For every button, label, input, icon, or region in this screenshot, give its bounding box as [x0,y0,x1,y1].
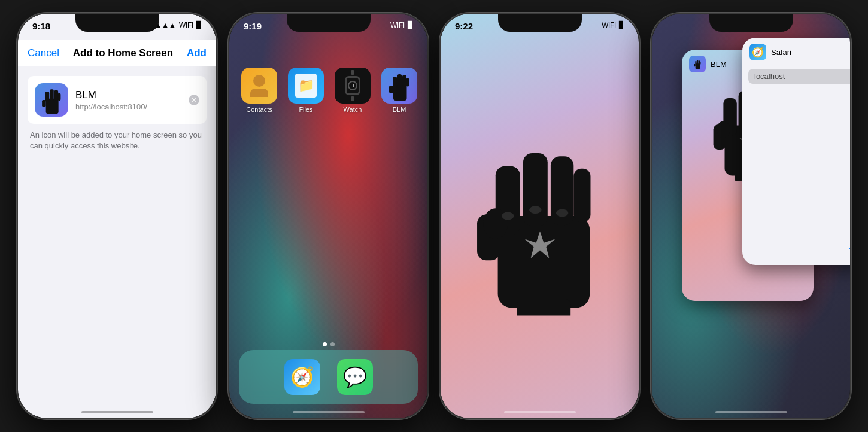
phone-1: 9:18 ▲▲▲ WiFi ▊ Cancel Add to Home Scree… [17,13,217,419]
safari-card-content: localhost [742,66,850,86]
svg-point-21 [556,209,567,217]
safari-dock-icon: 🧭 [284,359,320,395]
cancel-button[interactable]: Cancel [28,47,59,59]
safari-icon-glyph: 🧭 [752,47,764,58]
svg-rect-9 [402,75,406,87]
watch-crown-bottom [351,96,354,101]
safari-card-icon: 🧭 [749,44,766,60]
home-screen-icons-row: Contacts 📁 Files [241,68,415,113]
dot-2 [330,342,335,346]
watch-icon-inner [345,70,360,101]
dock-messages[interactable]: 💬 [337,359,373,395]
phone-2-notch [287,14,371,32]
phone-3: 9:22 WiFi ▊ [439,13,640,419]
files-label: Files [299,106,312,113]
phone-3-time: 9:22 [455,21,473,31]
svg-rect-29 [694,64,695,66]
watch-crown-top [351,70,354,75]
phone-3-screen: 9:22 WiFi ▊ [441,14,639,418]
app-name-input-row: BLM http://localhost:8100/ ✕ [28,76,207,124]
blm-card-fist-mini [691,58,703,70]
phone-2-time: 9:19 [244,21,262,31]
watch-body [345,76,360,95]
phone-1-home-bar [81,411,153,413]
watch-icon [335,68,371,104]
svg-rect-16 [573,169,590,223]
svg-point-36 [717,121,730,138]
phone-1-status-icons: ▲▲▲ WiFi ▊ [154,21,202,29]
phone-1-content: BLM http://localhost:8100/ ✕ An icon wil… [18,66,216,166]
app-watch[interactable]: Watch [335,68,371,113]
app-icon-blm [35,83,68,117]
app-files[interactable]: 📁 Files [288,68,324,113]
phone-4-home-bar [715,411,787,413]
blm-card-label: BLM [711,60,727,69]
add-button[interactable]: Add [187,47,207,59]
phone-3-home-bar [504,411,576,413]
svg-rect-14 [523,153,547,226]
phone-1-notch [75,14,159,32]
battery-icon: ▊ [196,21,202,29]
phone-2: 9:19 WiFi ▊ Contacts [228,13,429,419]
files-icon: 📁 [288,68,324,104]
blm-label: BLM [393,106,406,113]
messages-dock-icon: 💬 [337,359,373,395]
phone-2-home-bar [293,411,365,413]
safari-card-label: Safari [771,48,791,57]
app-blm[interactable]: BLM [381,68,417,113]
blm-fist-large [462,124,618,315]
svg-rect-5 [42,100,46,107]
messages-bubble: 💬 [343,366,367,388]
app-card-safari[interactable]: 🧭 Safari localhost ⬆ [742,38,850,265]
phone-4: BLM 🧭 [651,13,851,419]
phone-2-screen: 9:19 WiFi ▊ Contacts [229,14,427,418]
nav-title: Add to Home Screen [73,47,173,59]
phone-3-status-icons: WiFi ▊ [602,21,624,29]
phones-container: 9:18 ▲▲▲ WiFi ▊ Cancel Add to Home Scree… [5,1,863,431]
phone-3-notch [498,14,582,32]
blm-icon [381,68,417,104]
svg-point-20 [529,206,541,214]
svg-rect-10 [406,78,409,87]
watch-hand [353,84,354,87]
safari-url-bar: localhost [748,69,850,84]
app-name-field[interactable]: BLM [75,89,181,101]
svg-rect-1 [45,92,50,101]
dot-1 [323,342,327,346]
files-icon-inner: 📁 [295,74,317,98]
wifi-icon: WiFi [179,21,193,29]
safari-card-header: 🧭 Safari [742,38,850,66]
wifi-icon: WiFi [390,21,405,29]
phone-4-notch [709,14,793,32]
clear-button[interactable]: ✕ [189,95,199,105]
svg-rect-28 [700,62,701,65]
svg-point-19 [502,212,514,220]
watch-label: Watch [344,106,362,113]
svg-rect-25 [695,61,696,65]
battery-icon: ▊ [408,21,413,29]
safari-compass: 🧭 [290,366,314,388]
app-contacts[interactable]: Contacts [241,68,277,113]
svg-rect-2 [50,89,54,101]
svg-rect-11 [389,86,393,93]
svg-rect-4 [58,93,61,101]
phone-4-screen: BLM 🧭 [652,14,850,418]
svg-rect-26 [697,60,698,65]
phone-2-status-icons: WiFi ▊ [390,21,413,29]
phone-1-time: 9:18 [32,21,50,31]
dock-safari[interactable]: 🧭 [284,359,320,395]
app-name-text-area: BLM http://localhost:8100/ [75,89,181,111]
phone-1-screen: 9:18 ▲▲▲ WiFi ▊ Cancel Add to Home Scree… [18,14,216,418]
contacts-label: Contacts [246,106,272,113]
add-to-homescreen-description: An icon will be added to your home scree… [28,125,207,156]
contacts-body [250,89,268,97]
safari-share-button[interactable]: ⬆ [844,244,850,258]
blm-card-icon [689,56,706,72]
svg-rect-23 [517,299,570,315]
contacts-icon [241,68,277,104]
dock: 🧭 💬 [239,350,418,404]
watch-face [348,81,357,90]
svg-rect-27 [699,60,700,64]
page-dots [323,342,335,346]
phone-1-nav: Cancel Add to Home Screen Add [18,40,216,66]
